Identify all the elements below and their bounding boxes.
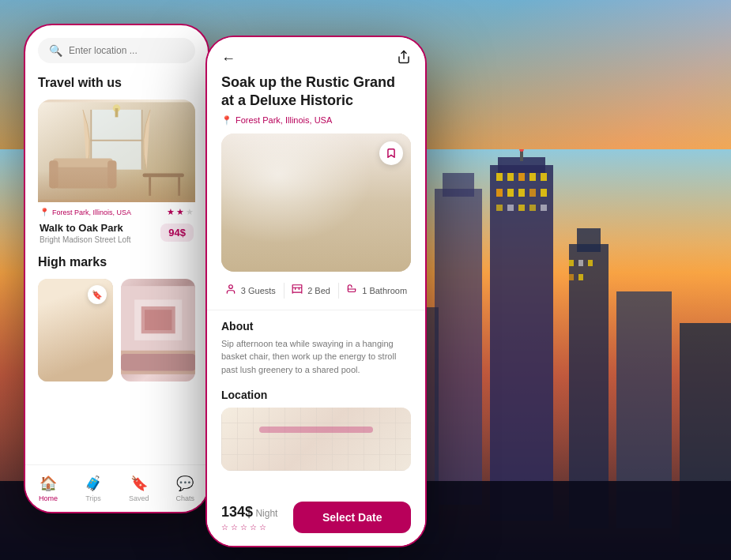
svg-rect-38 xyxy=(90,140,142,141)
phones-wrapper: 🔍 Travel with us xyxy=(0,0,731,560)
svg-point-107 xyxy=(312,437,317,442)
svg-rect-98 xyxy=(252,436,376,442)
select-date-button[interactable]: Select Date xyxy=(293,502,411,533)
svg-point-106 xyxy=(310,434,319,444)
featured-card[interactable]: 📍 Forest Park, Illinois, USA ★ ★ ★ Walk … xyxy=(38,100,195,249)
svg-rect-59 xyxy=(145,310,171,330)
hm-bookmark-1[interactable]: 🔖 xyxy=(88,285,107,304)
map-view[interactable] xyxy=(221,408,411,471)
property-image-container xyxy=(221,133,411,272)
hm-card-2-image xyxy=(121,279,196,381)
chats-icon: 💬 xyxy=(176,475,194,492)
section-travel-title: Travel with us xyxy=(38,76,195,90)
about-title: About xyxy=(221,320,411,333)
card-location: 📍 Forest Park, Illinois, USA xyxy=(40,208,131,216)
svg-point-77 xyxy=(233,205,264,243)
about-section: About Sip afternoon tea while swaying in… xyxy=(207,310,425,383)
price-amount: 134$ Night xyxy=(221,504,277,520)
price-display: 134$ Night xyxy=(221,504,277,521)
back-button[interactable]: ← xyxy=(221,51,236,67)
svg-rect-84 xyxy=(221,247,411,271)
svg-rect-104 xyxy=(347,426,375,438)
bottom-nav: 🏠 Home 🧳 Trips 🔖 Saved 💬 Chats xyxy=(25,464,208,512)
amenity-guests: 3 Guests xyxy=(225,283,276,299)
share-button[interactable] xyxy=(397,50,411,67)
svg-rect-53 xyxy=(50,337,70,344)
svg-rect-103 xyxy=(316,426,344,438)
svg-point-75 xyxy=(330,217,354,230)
location-pin-icon: 📍 xyxy=(221,115,232,126)
amenity-bed: 2 Bed xyxy=(292,283,330,299)
svg-point-79 xyxy=(248,209,264,228)
svg-rect-102 xyxy=(285,442,313,453)
svg-rect-45 xyxy=(178,177,180,196)
trips-icon: 🧳 xyxy=(85,475,102,492)
svg-rect-99 xyxy=(254,426,281,438)
hm-card-2[interactable] xyxy=(121,279,196,381)
bed-icon xyxy=(292,284,303,297)
location-section: Location xyxy=(207,382,425,477)
price-stars: ☆ ☆ ☆ ☆ ☆ xyxy=(221,523,277,532)
amenity-divider-2 xyxy=(338,283,339,299)
detail-title: Soak up the Rustic Grand at a Deluxe His… xyxy=(207,73,425,115)
nav-trips[interactable]: 🧳 Trips xyxy=(85,475,102,502)
card-stars: ★ ★ ★ xyxy=(167,207,194,217)
svg-rect-54 xyxy=(75,337,96,344)
svg-rect-55 xyxy=(62,289,89,323)
amenity-bathroom: 1 Bathroom xyxy=(346,283,407,299)
svg-rect-100 xyxy=(285,426,313,438)
svg-rect-80 xyxy=(373,220,411,270)
bathroom-icon xyxy=(346,284,357,297)
detail-location: 📍 Forest Park, Illinois, USA xyxy=(207,115,425,133)
svg-rect-81 xyxy=(375,222,409,238)
location-section-title: Location xyxy=(221,389,411,401)
svg-rect-41 xyxy=(49,160,58,188)
svg-rect-61 xyxy=(121,354,196,370)
search-icon: 🔍 xyxy=(49,44,62,57)
high-marks-grid: 🔖 xyxy=(38,279,195,381)
svg-rect-49 xyxy=(38,320,113,374)
svg-rect-71 xyxy=(301,152,333,195)
svg-rect-42 xyxy=(107,160,116,188)
svg-rect-70 xyxy=(337,150,339,243)
svg-rect-40 xyxy=(53,158,113,167)
nav-chats[interactable]: 💬 Chats xyxy=(175,475,194,502)
card-subtitle: Bright Madison Street Loft xyxy=(40,235,131,244)
search-bar[interactable]: 🔍 xyxy=(38,38,195,63)
svg-rect-37 xyxy=(141,110,143,170)
bottom-action-bar: 134$ Night ☆ ☆ ☆ ☆ ☆ Select Date xyxy=(207,492,425,546)
saved-icon: 🔖 xyxy=(130,475,148,492)
featured-card-image xyxy=(38,100,195,202)
svg-rect-101 xyxy=(254,442,281,453)
svg-rect-87 xyxy=(221,408,411,471)
svg-point-78 xyxy=(234,205,253,228)
guests-icon xyxy=(225,284,236,297)
svg-rect-43 xyxy=(143,173,184,177)
svg-point-85 xyxy=(228,285,232,289)
svg-rect-69 xyxy=(299,197,376,199)
svg-rect-66 xyxy=(299,150,376,243)
amenities-row: 3 Guests 2 Bed xyxy=(207,272,425,310)
home-icon: 🏠 xyxy=(40,475,57,492)
svg-rect-44 xyxy=(149,177,151,196)
hm-card-1[interactable]: 🔖 xyxy=(38,279,113,381)
nav-home[interactable]: 🏠 Home xyxy=(39,475,58,502)
svg-rect-86 xyxy=(292,288,302,293)
svg-rect-82 xyxy=(375,241,409,257)
featured-price: 94$ xyxy=(160,224,194,242)
search-input[interactable] xyxy=(69,45,187,56)
svg-rect-47 xyxy=(115,108,119,117)
svg-rect-72 xyxy=(339,152,372,195)
card-title: Walk to Oak Park xyxy=(40,222,131,234)
about-text: Sip afternoon tea while swaying in a han… xyxy=(221,337,411,377)
back-phone: 🔍 Travel with us xyxy=(24,24,209,513)
save-button-overlay[interactable] xyxy=(379,141,403,165)
svg-rect-52 xyxy=(45,337,106,345)
nav-saved[interactable]: 🔖 Saved xyxy=(129,475,149,502)
amenity-divider-1 xyxy=(284,283,284,299)
svg-rect-68 xyxy=(375,150,377,243)
svg-rect-76 xyxy=(241,227,257,251)
front-phone: ← Soak up the Rustic Grand at a Deluxe H… xyxy=(205,36,427,547)
svg-rect-67 xyxy=(299,150,301,243)
svg-rect-65 xyxy=(221,158,411,271)
